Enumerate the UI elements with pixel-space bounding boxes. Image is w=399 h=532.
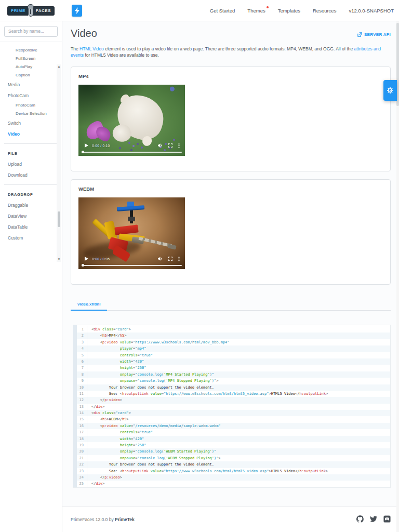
volume-icon[interactable] xyxy=(158,143,163,148)
play-icon[interactable] xyxy=(85,257,88,261)
line-number: 5 xyxy=(77,352,87,358)
scrollbar-thumb[interactable] xyxy=(58,211,60,227)
code-line: 21 onpause="console.log('WEBM Stopped Pl… xyxy=(77,455,390,461)
sidebar-item-dataview[interactable]: DataView xyxy=(0,211,62,222)
mp4-time-display: 0:00 / 0:10 xyxy=(92,144,110,148)
description-link[interactable]: HTML Video xyxy=(79,46,104,51)
server-api-link[interactable]: SERVER API xyxy=(357,32,391,37)
nav-item[interactable]: Themes xyxy=(247,8,265,14)
sidebar-item-fullscreen[interactable]: FullScreen xyxy=(0,55,62,63)
description-text: for HTML5 Video are available to use. xyxy=(84,52,159,58)
twitter-icon[interactable] xyxy=(370,516,377,522)
sidebar-search xyxy=(0,21,62,42)
webm-time-display: 0:00 / 0:05 xyxy=(92,257,110,261)
line-number: 16 xyxy=(77,423,87,429)
code-line: 25</div> xyxy=(77,481,390,487)
line-number: 8 xyxy=(77,371,87,378)
mp4-video-player[interactable]: 0:00 / 0:10 xyxy=(78,85,185,156)
code-line: 12 </p:video> xyxy=(77,397,390,403)
main-content: Video SERVER API The HTML Video element … xyxy=(62,21,399,532)
sidebar-scrollbar[interactable]: ▲ ▼ xyxy=(57,64,61,262)
line-number: 2 xyxy=(77,332,87,339)
sidebar-section-label: DRAGDROP xyxy=(0,188,62,200)
line-number: 3 xyxy=(77,339,87,345)
line-number: 4 xyxy=(77,345,87,352)
external-link-icon xyxy=(357,32,362,37)
footer-brand: PrimeTek xyxy=(115,517,135,522)
sidebar-item-draggable[interactable]: Draggable xyxy=(0,200,62,211)
server-api-label: SERVER API xyxy=(364,32,391,37)
code-line: 8 onplay="console.log('MP4 Started Playi… xyxy=(77,371,390,378)
line-number: 14 xyxy=(77,410,87,416)
line-number: 12 xyxy=(77,397,87,403)
topbar-nav: Get StartedThemesTemplatesResourcesv12.0… xyxy=(210,0,394,21)
page-title: Video xyxy=(71,28,97,39)
sidebar-item-switch[interactable]: Switch xyxy=(0,118,62,129)
line-number: 19 xyxy=(77,442,87,448)
code-line: 4 player="mp4" xyxy=(77,345,390,352)
webm-card-title: WEBM xyxy=(78,186,383,192)
lightning-bolt-icon xyxy=(75,7,79,14)
nav-item[interactable]: v12.0.0-SNAPSHOT xyxy=(349,8,394,14)
nav-item[interactable]: Resources xyxy=(313,8,336,14)
line-number: 6 xyxy=(77,358,87,365)
code-line: 19 height="250" xyxy=(77,442,390,448)
sidebar-item-device-selection[interactable]: Device Selection xyxy=(0,110,62,118)
fullscreen-icon[interactable] xyxy=(168,257,172,261)
sidebar-item-autoplay[interactable]: AutoPlay xyxy=(0,63,62,71)
nav-item[interactable]: Get Started xyxy=(210,8,235,14)
webm-video-player[interactable]: 0:00 / 0:05 xyxy=(78,197,185,269)
sidebar-item-video[interactable]: Video xyxy=(0,129,62,140)
line-number: 23 xyxy=(77,468,87,474)
more-options-icon[interactable] xyxy=(178,257,180,261)
nav-item[interactable]: Templates xyxy=(278,8,300,14)
fullscreen-icon[interactable] xyxy=(168,143,172,148)
code-line: 18 width="420" xyxy=(77,436,390,442)
code-block[interactable]: 1<div class="card">2 <h5>MP4</h5>3 <p:vi… xyxy=(73,325,391,488)
webm-progress-bar[interactable] xyxy=(82,265,182,266)
github-icon[interactable] xyxy=(356,515,364,523)
code-line: 7 height="250" xyxy=(77,365,390,371)
line-number: 9 xyxy=(77,378,87,384)
primefaces-logo[interactable]: PRIME FACES xyxy=(7,4,57,18)
code-lines: 1<div class="card">2 <h5>MP4</h5>3 <p:vi… xyxy=(77,326,390,487)
tab-video-xhtml[interactable]: video.xhtml xyxy=(71,302,107,311)
helmet-icon xyxy=(26,4,35,18)
code-line: 15 <h5>WEBM</h5> xyxy=(77,416,390,422)
sidebar-item-upload[interactable]: Upload xyxy=(0,159,62,170)
code-line: 20 onplay="console.log('WEBM Started Pla… xyxy=(77,448,390,455)
search-input[interactable] xyxy=(4,26,58,37)
footer-text: PrimeFaces 12.0.0 by PrimeTek xyxy=(71,517,135,522)
line-number: 10 xyxy=(77,384,87,391)
line-number: 18 xyxy=(77,436,87,442)
sidebar-item-caption[interactable]: Caption xyxy=(0,71,62,79)
sidebar-item-custom[interactable]: Custom xyxy=(0,233,62,244)
code-line: 17 controls="true" xyxy=(77,429,390,435)
sidebar-item-download[interactable]: Download xyxy=(0,170,62,181)
more-options-icon[interactable] xyxy=(178,143,180,148)
sidebar-item-datatable[interactable]: DataTable xyxy=(0,222,62,233)
line-number: 20 xyxy=(77,448,87,455)
sidebar-item-photocam[interactable]: PhotoCam xyxy=(0,101,62,110)
code-line: 9 onpause="console.log('MP4 Stopped Play… xyxy=(77,378,390,384)
scroll-down-icon[interactable]: ▼ xyxy=(57,258,61,261)
sidebar-item-media[interactable]: Media xyxy=(0,79,62,90)
volume-icon[interactable] xyxy=(158,257,163,261)
config-button[interactable] xyxy=(383,80,397,101)
mp4-progress-bar[interactable] xyxy=(82,152,182,153)
code-tabs: video.xhtml xyxy=(71,299,391,311)
scroll-up-icon[interactable]: ▲ xyxy=(57,65,61,69)
discord-icon[interactable] xyxy=(383,515,391,523)
sidebar-item-photocam[interactable]: PhotoCam xyxy=(0,90,62,101)
code-line: 1<div class="card"> xyxy=(77,326,390,332)
code-line: 22 Your browser does not support the vid… xyxy=(77,461,390,468)
sidebar-divider xyxy=(4,184,58,185)
play-icon[interactable] xyxy=(85,143,88,148)
sidebar-item-responsive[interactable]: Responsive xyxy=(0,46,62,55)
deploy-button[interactable] xyxy=(72,5,82,17)
page: PRIME FACES Get StartedThemesTemplatesRe… xyxy=(0,0,399,532)
line-number: 17 xyxy=(77,429,87,435)
code-line: 5 controls="true" xyxy=(77,352,390,358)
sidebar: ResponsiveFullScreenAutoPlayCaptionMedia… xyxy=(0,21,62,532)
line-number: 1 xyxy=(77,326,87,332)
